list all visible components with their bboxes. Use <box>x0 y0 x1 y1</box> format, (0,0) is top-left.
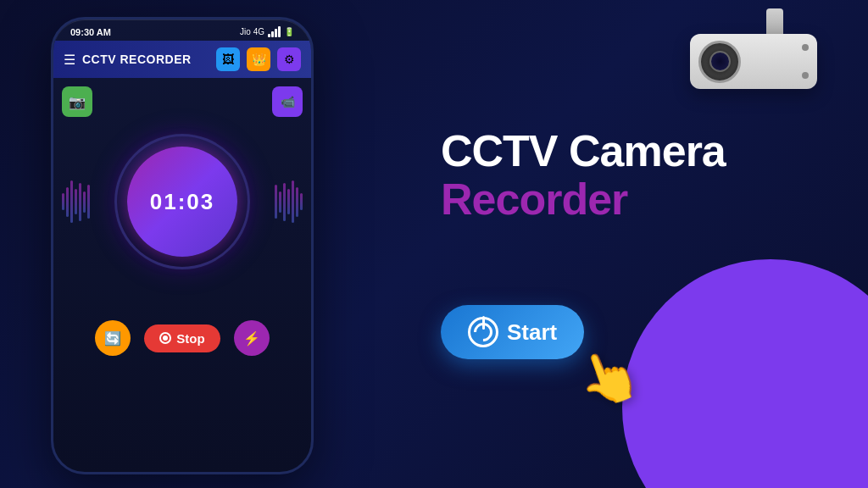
camera-lens <box>698 41 741 83</box>
lightning-icon: ⚡ <box>243 330 260 347</box>
camera-screw-2 <box>802 72 809 79</box>
power-icon <box>468 317 498 347</box>
sound-wave-right <box>275 180 303 223</box>
camera-lens-inner <box>709 51 731 72</box>
sound-wave-left <box>62 180 90 223</box>
crown-button[interactable]: 👑 <box>247 47 270 71</box>
stop-label: Stop <box>176 331 204 346</box>
screen-record-btn[interactable]: 📹 <box>272 86 303 117</box>
status-time: 09:30 AM <box>70 27 111 37</box>
headline-line1: CCTV Camera <box>441 127 726 175</box>
signal-bar-2 <box>271 31 274 37</box>
screen-record-icon: 📹 <box>281 95 295 108</box>
app-headline: CCTV Camera Recorder <box>441 127 726 224</box>
signal-bar-4 <box>278 26 281 37</box>
phone-screen: 09:30 AM Jio 4G 🔋 ☰ CCTV RECORDER � <box>51 17 314 474</box>
camera-screws <box>802 44 809 79</box>
lightning-button[interactable]: ⚡ <box>234 320 270 356</box>
camera-3d <box>665 8 834 119</box>
header-left: ☰ CCTV RECORDER <box>64 52 192 68</box>
stop-button[interactable]: Stop <box>144 324 220 352</box>
phone-body: 📷 📹 <box>53 78 311 373</box>
power-arc <box>470 319 496 345</box>
camera-screw-1 <box>802 44 809 51</box>
refresh-icon: 🔄 <box>104 330 121 347</box>
header-icons: 🖼 👑 ⚙ <box>216 47 301 71</box>
top-buttons: 📷 📹 <box>62 86 303 117</box>
headline-line2: Recorder <box>441 175 726 224</box>
camera-body <box>690 34 817 89</box>
status-bar: 09:30 AM Jio 4G 🔋 <box>53 19 311 41</box>
stop-dot <box>159 332 171 344</box>
hamburger-icon[interactable]: ☰ <box>64 52 75 68</box>
gallery-icon: 🖼 <box>222 53 234 66</box>
start-button-wrapper[interactable]: Start <box>441 305 584 359</box>
camera-quick-icon: 📷 <box>69 94 86 110</box>
bg-decoration <box>622 259 868 488</box>
crown-icon: 👑 <box>252 53 266 66</box>
battery-icon: 🔋 <box>284 27 294 36</box>
timer-circle-inner: 01:03 <box>127 147 237 257</box>
app-header: ☰ CCTV RECORDER 🖼 👑 ⚙ <box>53 41 311 78</box>
signal-bar-1 <box>268 34 270 37</box>
gallery-button[interactable]: 🖼 <box>216 47 240 71</box>
app-header-title: CCTV RECORDER <box>82 53 192 66</box>
phone-mockup: 09:30 AM Jio 4G 🔋 ☰ CCTV RECORDER � <box>51 17 314 474</box>
settings-button[interactable]: ⚙ <box>277 47 301 71</box>
carrier-label: Jio 4G <box>240 27 264 36</box>
timer-section: 01:03 <box>62 134 303 269</box>
start-button[interactable]: Start <box>441 305 584 359</box>
camera-quick-btn[interactable]: 📷 <box>62 86 92 117</box>
settings-icon: ⚙ <box>284 53 295 66</box>
status-right: Jio 4G 🔋 <box>240 26 294 37</box>
signal-bars <box>268 26 281 37</box>
stop-dot-inner <box>163 336 168 341</box>
signal-bar-3 <box>275 29 277 37</box>
start-label: Start <box>507 319 557 346</box>
refresh-button[interactable]: 🔄 <box>95 320 131 356</box>
bottom-controls: 🔄 Stop ⚡ <box>62 320 303 364</box>
camera-image <box>665 8 834 119</box>
timer-circle: 01:03 <box>114 134 250 269</box>
timer-display: 01:03 <box>150 189 215 215</box>
